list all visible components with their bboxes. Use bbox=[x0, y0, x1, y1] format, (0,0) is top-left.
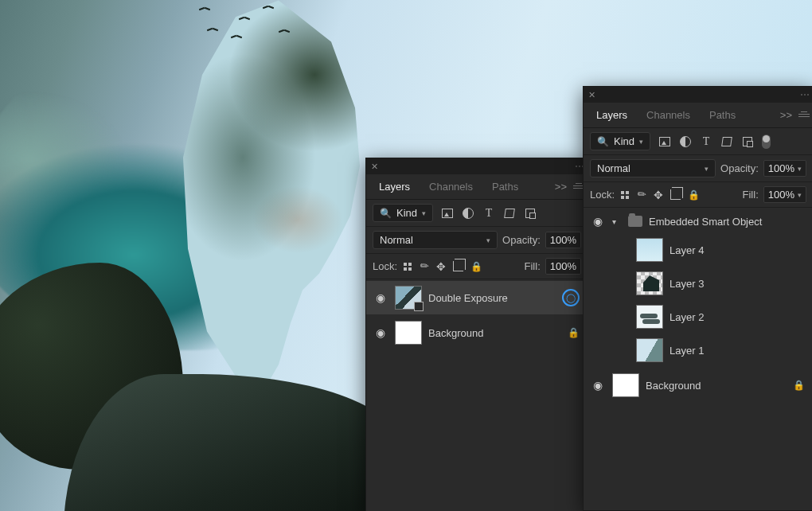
bird-icon bbox=[231, 36, 242, 41]
opacity-input[interactable]: 100% bbox=[545, 232, 581, 248]
layer-group-header[interactable]: ◉ ▾ Embedded Smart Object bbox=[584, 209, 812, 233]
blend-opacity-row: Normal ▾ Opacity: 100% ▾ bbox=[584, 155, 812, 182]
filter-adjustment-icon[interactable] bbox=[462, 207, 474, 220]
layer-row[interactable]: ◉ Double Exposure ◯ bbox=[366, 281, 588, 314]
visibility-toggle-icon[interactable]: ◉ bbox=[373, 326, 388, 339]
fill-input[interactable]: 100% bbox=[545, 258, 581, 275]
layer-row[interactable]: ◉ Background 🔒 bbox=[584, 367, 812, 404]
layer-row[interactable]: Layer 3 bbox=[584, 267, 812, 300]
panel-menu-icon[interactable]: ⋯ bbox=[575, 161, 583, 172]
chevron-down-icon: ▾ bbox=[422, 209, 426, 217]
blend-mode-value: Normal bbox=[597, 162, 630, 174]
lock-all-icon[interactable]: 🔒 bbox=[688, 189, 700, 201]
bird-icon bbox=[199, 8, 210, 13]
panel-options-icon[interactable] bbox=[798, 114, 810, 117]
layer-name[interactable]: Background bbox=[428, 327, 561, 339]
layer-list: ◉ Double Exposure ◯ ◉ Background 🔒 bbox=[366, 279, 588, 351]
layer-thumbnail[interactable] bbox=[612, 373, 639, 397]
lock-transparency-icon[interactable] bbox=[402, 261, 413, 272]
panel-titlebar[interactable]: ✕ ⋯ bbox=[584, 87, 812, 103]
artwork-rocks bbox=[64, 374, 398, 511]
lock-icon[interactable]: 🔒 bbox=[568, 327, 580, 338]
layer-name[interactable]: Layer 3 bbox=[670, 278, 805, 290]
filter-shape-icon[interactable] bbox=[720, 135, 733, 148]
layer-thumbnail[interactable] bbox=[636, 338, 663, 362]
layer-thumbnail[interactable] bbox=[636, 238, 663, 262]
close-icon[interactable]: ✕ bbox=[371, 162, 378, 172]
filter-shape-icon[interactable] bbox=[503, 207, 516, 220]
tab-channels[interactable]: Channels bbox=[420, 174, 482, 199]
tab-paths[interactable]: Paths bbox=[700, 103, 745, 127]
panel-tabs: Layers Channels Paths >> bbox=[366, 174, 588, 200]
filter-smart-icon[interactable] bbox=[741, 135, 754, 148]
expand-panel-icon[interactable]: >> bbox=[780, 109, 792, 121]
close-icon[interactable]: ✕ bbox=[588, 90, 595, 100]
layer-row[interactable]: Layer 2 bbox=[584, 300, 812, 334]
lock-position-icon[interactable]: ✥ bbox=[654, 189, 663, 201]
lock-image-icon[interactable]: ✎ bbox=[635, 187, 650, 202]
tab-paths[interactable]: Paths bbox=[482, 174, 528, 199]
filter-kind-dropdown[interactable]: 🔍 Kind ▾ bbox=[373, 204, 433, 222]
filter-toggle[interactable] bbox=[762, 135, 771, 149]
tab-layers[interactable]: Layers bbox=[369, 174, 420, 199]
folder-icon bbox=[628, 216, 642, 227]
layer-name[interactable]: Double Exposure bbox=[428, 292, 556, 304]
lock-image-icon[interactable]: ✎ bbox=[418, 259, 432, 274]
layer-name[interactable]: Background bbox=[646, 380, 787, 392]
opacity-input[interactable]: 100% ▾ bbox=[763, 160, 806, 177]
blend-mode-dropdown[interactable]: Normal ▾ bbox=[373, 231, 498, 249]
chevron-down-icon: ▾ bbox=[639, 138, 643, 146]
lock-icon[interactable]: 🔒 bbox=[793, 380, 805, 391]
lock-artboard-icon[interactable] bbox=[670, 189, 681, 200]
layer-thumbnail[interactable] bbox=[395, 321, 422, 345]
cloud-sync-icon[interactable]: ◯ bbox=[562, 289, 580, 306]
panel-menu-icon[interactable]: ⋯ bbox=[800, 89, 808, 100]
chevron-down-icon: ▾ bbox=[486, 236, 490, 244]
layer-row[interactable]: ◉ Background 🔒 bbox=[366, 314, 588, 351]
lock-all-icon[interactable]: 🔒 bbox=[470, 261, 482, 272]
filter-adjustment-icon[interactable] bbox=[679, 135, 692, 148]
layer-list: ◉ ▾ Embedded Smart Object Layer 4 Layer … bbox=[584, 208, 812, 404]
layer-name[interactable]: Layer 2 bbox=[670, 311, 805, 323]
search-icon: 🔍 bbox=[597, 136, 609, 147]
chevron-down-icon: ▾ bbox=[798, 191, 802, 199]
layer-name[interactable]: Layer 4 bbox=[670, 244, 805, 256]
lock-label: Lock: bbox=[373, 260, 397, 272]
opacity-label: Opacity: bbox=[720, 162, 759, 174]
layer-filter-row: 🔍 Kind ▾ T bbox=[584, 128, 812, 155]
blend-mode-value: Normal bbox=[380, 234, 413, 246]
lock-transparency-icon[interactable] bbox=[619, 189, 630, 201]
visibility-toggle-icon[interactable]: ◉ bbox=[590, 379, 606, 392]
layer-row[interactable]: Layer 4 bbox=[584, 233, 812, 267]
expand-panel-icon[interactable]: >> bbox=[555, 181, 567, 193]
layer-row[interactable]: Layer 1 bbox=[584, 334, 812, 367]
filter-smart-icon[interactable] bbox=[524, 207, 537, 220]
collapse-group-icon[interactable]: ▾ bbox=[612, 217, 622, 226]
lock-fill-row: Lock: ✎ ✥ 🔒 Fill: 100% ▾ bbox=[584, 182, 812, 208]
chevron-down-icon: ▾ bbox=[705, 165, 709, 173]
layer-name[interactable]: Layer 1 bbox=[670, 345, 805, 357]
filter-type-icon[interactable]: T bbox=[700, 135, 712, 148]
lock-artboard-icon[interactable] bbox=[453, 261, 463, 271]
tab-channels[interactable]: Channels bbox=[637, 103, 700, 127]
panel-titlebar[interactable]: ✕ ⋯ bbox=[366, 158, 588, 174]
filter-pixel-icon[interactable] bbox=[441, 207, 454, 220]
visibility-toggle-icon[interactable]: ◉ bbox=[590, 215, 606, 228]
visibility-toggle-icon[interactable]: ◉ bbox=[373, 291, 388, 304]
filter-type-icon[interactable]: T bbox=[482, 207, 495, 220]
tab-layers[interactable]: Layers bbox=[587, 103, 637, 127]
fill-value: 100% bbox=[768, 189, 794, 201]
lock-fill-row: Lock: ✎ ✥ 🔒 Fill: 100% bbox=[366, 254, 588, 279]
blend-mode-dropdown[interactable]: Normal ▾ bbox=[590, 159, 716, 177]
lock-position-icon[interactable]: ✥ bbox=[436, 260, 446, 273]
layer-filter-row: 🔍 Kind ▾ T bbox=[366, 200, 588, 227]
layer-thumbnail[interactable] bbox=[636, 305, 663, 329]
fill-input[interactable]: 100% ▾ bbox=[763, 186, 806, 203]
filter-kind-dropdown[interactable]: 🔍 Kind ▾ bbox=[590, 132, 650, 150]
group-name[interactable]: Embedded Smart Object bbox=[649, 216, 805, 228]
layer-thumbnail[interactable] bbox=[395, 286, 422, 310]
fill-label: Fill: bbox=[525, 260, 541, 272]
panel-tabs: Layers Channels Paths >> bbox=[584, 103, 812, 128]
filter-pixel-icon[interactable] bbox=[658, 135, 671, 148]
layer-thumbnail[interactable] bbox=[636, 271, 663, 295]
